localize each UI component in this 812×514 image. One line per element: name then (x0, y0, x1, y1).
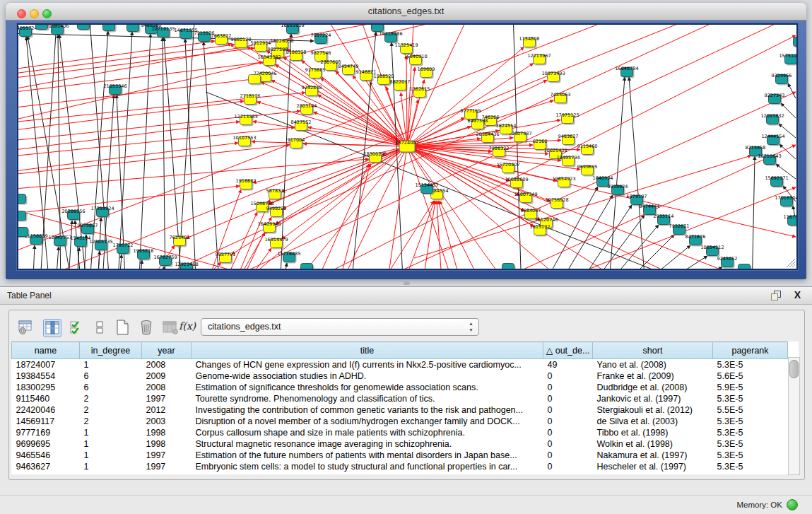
table-cell[interactable]: Embryonic stem cells: a model to study s… (192, 461, 543, 472)
table-cell[interactable]: Tourette syndrome. Phenomenology and cla… (192, 393, 543, 404)
table-cell[interactable]: 0 (543, 370, 593, 382)
table-cell[interactable]: 5.3E-5 (713, 438, 788, 450)
graph-node[interactable]: 12213967 (527, 53, 551, 66)
graph-node[interactable] (502, 264, 516, 269)
graph-node[interactable]: 1527602 (123, 25, 143, 33)
network-canvas[interactable]: 1872400776638229860128591295418226058982… (18, 25, 796, 269)
table-header-row[interactable]: namein_degreeyeartitle△ out_de...shortpa… (12, 342, 788, 359)
table-cell[interactable]: 2 (80, 393, 142, 404)
table-cell[interactable]: 2008 (142, 359, 192, 371)
table-cell[interactable]: 1 (80, 450, 142, 461)
table-row[interactable]: 977716911998Corpus callosum shape and si… (12, 427, 788, 438)
graph-node[interactable]: 169609 (418, 66, 435, 79)
graph-node[interactable]: 12923468 (175, 262, 198, 269)
table-cell[interactable]: 0 (543, 461, 593, 472)
graph-node[interactable]: 10107553 (233, 135, 256, 148)
show-columns-icon[interactable] (43, 319, 61, 337)
table-cell[interactable]: 2 (80, 416, 142, 427)
graph-node[interactable]: 917004 (288, 137, 305, 150)
table-row[interactable]: 2242004622012Investigating the contribut… (12, 404, 788, 416)
graph-node[interactable]: 16210643 (758, 153, 781, 166)
new-table-icon[interactable] (114, 319, 131, 336)
table-cell[interactable]: 1 (80, 359, 142, 371)
table-cell[interactable]: Nakamura et al. (1997) (593, 450, 713, 461)
table-row[interactable]: 969969511998Structural magnetic resonanc… (12, 438, 788, 450)
graph-node[interactable]: 8938924 (608, 184, 628, 197)
table-cell[interactable]: Structural magnetic resonance image aver… (192, 438, 543, 450)
graph-node[interactable]: 2803144 (297, 103, 317, 116)
table-cell[interactable]: 5.5E-5 (713, 404, 788, 416)
rows-icon[interactable] (91, 319, 108, 336)
graph-node[interactable]: 6497568 (468, 118, 488, 131)
graph-node[interactable]: 7857224 (311, 33, 331, 45)
column-header-name[interactable]: name (12, 342, 80, 359)
graph-node[interactable]: 9242848 (302, 85, 322, 98)
column-header-out-de-[interactable]: △ out_de... (543, 342, 593, 359)
graph-node[interactable]: 16640910 (404, 54, 427, 66)
graph-node[interactable]: 1545194 (71, 235, 91, 248)
table-row[interactable]: 911546021997Tourette syndrome. Phenomeno… (12, 393, 788, 404)
table-cell[interactable]: Tibbo et al. (1998) (593, 427, 713, 438)
table-cell[interactable]: 9777169 (12, 427, 80, 438)
graph-node[interactable]: 16914479 (264, 237, 288, 250)
table-row[interactable]: 1830029562008Estimation of significance … (12, 382, 788, 393)
table-cell[interactable]: 6 (80, 382, 142, 393)
column-header-pagerank[interactable]: pagerank (713, 342, 788, 359)
graph-node[interactable]: 12942757 (48, 235, 71, 247)
table-cell[interactable]: 5.3E-5 (713, 393, 788, 404)
table-cell[interactable]: 2 (80, 404, 142, 416)
close-panel-icon[interactable]: X (794, 289, 801, 300)
table-settings-icon[interactable] (18, 319, 35, 336)
graph-node[interactable]: 9699695 (577, 164, 598, 177)
graph-node[interactable]: 9860128 (231, 37, 252, 49)
table-cell[interactable]: 22420046 (12, 404, 80, 416)
table-cell[interactable]: 14569117 (12, 416, 80, 427)
table-cell[interactable]: 1998 (142, 427, 192, 438)
graph-node[interactable] (794, 37, 797, 48)
table-cell[interactable]: 49 (543, 359, 593, 371)
graph-node[interactable] (78, 25, 91, 31)
table-cell[interactable]: Corpus callosum shape and size in male p… (192, 427, 543, 438)
graph-node[interactable]: 1916682 (236, 178, 257, 191)
graph-node[interactable] (249, 75, 262, 86)
table-cell[interactable]: 5.3E-5 (713, 461, 788, 472)
graph-node[interactable]: 9329966 (772, 73, 792, 86)
graph-node[interactable]: 16033809 (281, 25, 304, 35)
graph-node[interactable]: 12213383 (234, 114, 257, 127)
table-row[interactable]: 1456911722003Disruption of a novel membe… (12, 416, 788, 427)
graph-node[interactable]: 10688609 (505, 177, 528, 189)
graph-node[interactable]: 11325419 (394, 42, 418, 55)
graph-node[interactable]: 21053346 (103, 83, 126, 96)
graph-node[interactable]: 16648784 (615, 66, 638, 78)
attribute-table[interactable]: namein_degreeyeartitle△ out_de...shortpa… (11, 341, 788, 472)
graph-node[interactable]: 20364436 (476, 132, 499, 144)
graph-node[interactable]: 1167533 (784, 214, 796, 227)
table-row[interactable]: 1938455462009Genome-wide association stu… (12, 370, 788, 382)
table-cell[interactable]: 9463627 (12, 461, 80, 472)
table-cell[interactable]: Changes of HCN gene expression and I(f) … (192, 359, 543, 371)
table-row[interactable]: 946362711997Embryonic stem cells: a mode… (12, 461, 788, 472)
table-cell[interactable]: Wolkin et al. (1998) (593, 438, 713, 450)
graph-node[interactable]: 15716485 (277, 251, 300, 264)
graph-node[interactable]: 7625402 (170, 235, 190, 247)
graph-node[interactable]: 1995816 (134, 248, 154, 261)
table-cell[interactable]: 2008 (142, 382, 192, 393)
table-cell[interactable]: 1997 (142, 450, 192, 461)
float-panel-icon[interactable] (771, 291, 781, 300)
table-cell[interactable]: 9465546 (12, 450, 80, 461)
table-cell[interactable]: 0 (543, 438, 593, 450)
table-cell[interactable]: 0 (543, 416, 593, 427)
graph-node[interactable]: 19654923 (552, 176, 575, 189)
graph-node[interactable]: 17016504 (775, 195, 796, 208)
table-cell[interactable]: 5.6E-5 (713, 370, 788, 382)
table-cell[interactable]: Genome-wide association studies in ADHD. (192, 370, 543, 382)
scrollbar-thumb[interactable] (789, 360, 799, 378)
table-cell[interactable]: 5.3E-5 (713, 416, 788, 427)
column-header-short[interactable]: short (593, 342, 713, 359)
table-cell[interactable]: 0 (543, 450, 593, 461)
graph-node[interactable]: 16543382 (257, 54, 281, 67)
graph-node[interactable]: 10654112 (700, 245, 724, 257)
graph-node[interactable]: 12444154 (761, 134, 784, 146)
table-cell[interactable]: 5.9E-5 (713, 382, 788, 393)
network-view[interactable]: 1872400776638229860128591295418226058982… (17, 23, 798, 270)
